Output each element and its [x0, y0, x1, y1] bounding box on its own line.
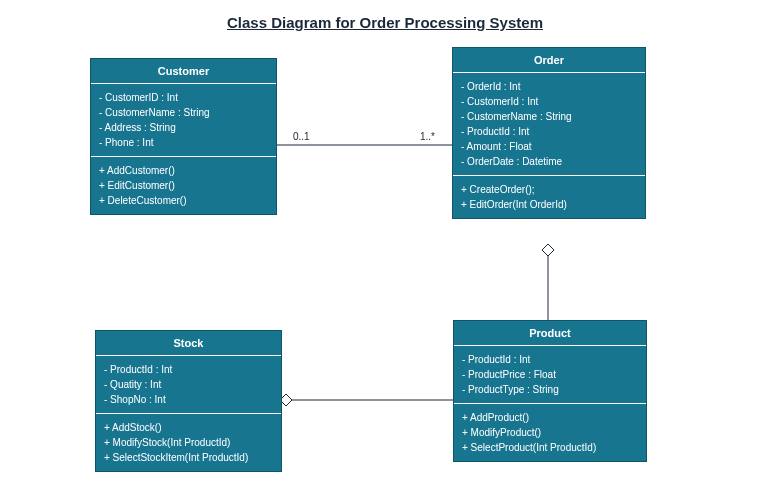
class-order-attrs: - OrderId : Int - CustomerId : Int - Cus…: [453, 73, 645, 176]
class-product-ops: + AddProduct() + ModifyProduct() + Selec…: [454, 404, 646, 461]
attr: - CustomerName : String: [99, 105, 268, 120]
class-order-name: Order: [453, 48, 645, 73]
class-customer: Customer - CustomerID : Int - CustomerNa…: [90, 58, 277, 215]
class-product-attrs: - ProductId : Int - ProductPrice : Float…: [454, 346, 646, 404]
class-stock: Stock - ProductId : Int - Quatity : Int …: [95, 330, 282, 472]
diagram-canvas: 0..1 1..* Customer - CustomerID : Int - …: [0, 0, 770, 501]
class-order: Order - OrderId : Int - CustomerId : Int…: [452, 47, 646, 219]
op: + EditOrder(Int OrderId): [461, 197, 637, 212]
attr: - CustomerID : Int: [99, 90, 268, 105]
op: + EditCustomer(): [99, 178, 268, 193]
attr: - ProductId : Int: [461, 124, 637, 139]
op: + CreateOrder();: [461, 182, 637, 197]
class-stock-ops: + AddStock() + ModifyStock(Int ProductId…: [96, 414, 281, 471]
op: + SelectStockItem(Int ProductId): [104, 450, 273, 465]
attr: - ProductId : Int: [462, 352, 638, 367]
attr: - ShopNo : Int: [104, 392, 273, 407]
class-order-ops: + CreateOrder(); + EditOrder(Int OrderId…: [453, 176, 645, 218]
attr: - Phone : Int: [99, 135, 268, 150]
op: + AddStock(): [104, 420, 273, 435]
op: + ModifyProduct(): [462, 425, 638, 440]
class-stock-name: Stock: [96, 331, 281, 356]
op: + AddCustomer(): [99, 163, 268, 178]
op: + DeleteCustomer(): [99, 193, 268, 208]
attr: - ProductType : String: [462, 382, 638, 397]
attr: - Address : String: [99, 120, 268, 135]
attr: - Quatity : Int: [104, 377, 273, 392]
class-customer-name: Customer: [91, 59, 276, 84]
attr: - OrderId : Int: [461, 79, 637, 94]
attr: - CustomerId : Int: [461, 94, 637, 109]
attr: - OrderDate : Datetime: [461, 154, 637, 169]
attr: - CustomerName : String: [461, 109, 637, 124]
op: + AddProduct(): [462, 410, 638, 425]
attr: - Amount : Float: [461, 139, 637, 154]
op: + ModifyStock(Int ProductId): [104, 435, 273, 450]
class-stock-attrs: - ProductId : Int - Quatity : Int - Shop…: [96, 356, 281, 414]
class-product-name: Product: [454, 321, 646, 346]
op: + SelectProduct(Int ProductId): [462, 440, 638, 455]
multiplicity-customer: 0..1: [293, 131, 310, 142]
attr: - ProductPrice : Float: [462, 367, 638, 382]
svg-marker-2: [542, 244, 554, 256]
class-customer-ops: + AddCustomer() + EditCustomer() + Delet…: [91, 157, 276, 214]
attr: - ProductId : Int: [104, 362, 273, 377]
multiplicity-order: 1..*: [420, 131, 435, 142]
class-customer-attrs: - CustomerID : Int - CustomerName : Stri…: [91, 84, 276, 157]
class-product: Product - ProductId : Int - ProductPrice…: [453, 320, 647, 462]
